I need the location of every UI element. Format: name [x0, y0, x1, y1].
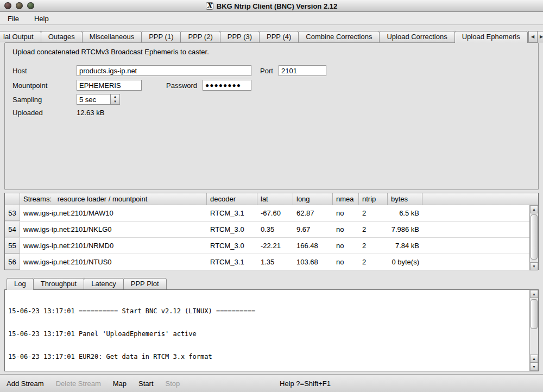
log-line: 15-06-23 13:17:01 EUR20: Get data in RTC…	[8, 353, 526, 361]
bnc-window: X BKG Ntrip Client (BNC) Version 2.12 Fi…	[0, 0, 543, 392]
cell-lat: -22.21	[257, 238, 293, 254]
cell-nmea: no	[333, 205, 359, 221]
col-header-lat[interactable]: lat	[257, 193, 293, 205]
cell-mountpoint: www.igs-ip.net:2101/NKLG0	[20, 222, 207, 237]
menu-help[interactable]: Help	[33, 14, 50, 24]
tab-ppp-plot[interactable]: PPP Plot	[123, 278, 167, 289]
cell-bytes: 7.986 kB	[388, 222, 422, 237]
port-input[interactable]	[279, 65, 326, 76]
tab-scrollers: ◀ ▶	[528, 31, 543, 42]
scroll-up-icon[interactable]: ▲	[530, 205, 538, 213]
scroll-down-icon[interactable]: ▼	[530, 363, 538, 371]
cell-long: 62.87	[293, 205, 333, 221]
upload-ephemeris-panel: Upload concatenated RTCMv3 Broadcast Eph…	[4, 42, 539, 190]
scrollbar-thumb[interactable]	[531, 214, 538, 260]
table-corner[interactable]	[5, 193, 20, 205]
tab-throughput[interactable]: Throughput	[33, 278, 85, 289]
cell-long: 9.67	[293, 222, 333, 237]
col-header-mountpoint[interactable]: Streams: resource loader / mountpoint	[20, 193, 207, 205]
col-header-nmea[interactable]: nmea	[333, 193, 359, 205]
bottom-toolbar: Add Stream Delete Stream Map Start Stop …	[0, 374, 543, 392]
uploaded-label: Uploaded	[12, 109, 43, 117]
cell-nmea: no	[333, 254, 359, 270]
map-button[interactable]: Map	[113, 380, 127, 388]
col-header-ntrip[interactable]: ntrip	[359, 193, 388, 205]
tab-scroll-right-icon[interactable]: ▶	[537, 31, 543, 42]
streams-table: Streams: resource loader / mountpoint de…	[4, 193, 539, 270]
cell-mountpoint: www.igs-ip.net:2101/NRMD0	[20, 238, 207, 254]
tab-latency[interactable]: Latency	[84, 278, 124, 289]
cell-lat: -67.60	[257, 205, 293, 221]
log-line: 15-06-23 13:17:01 Panel 'UploadEphemeris…	[8, 330, 526, 338]
panel-description: Upload concatenated RTCMv3 Broadcast Eph…	[12, 48, 209, 56]
menu-file[interactable]: File	[7, 14, 20, 24]
tab-miscellaneous[interactable]: Miscellaneous	[82, 31, 142, 42]
password-label: Password	[166, 81, 197, 90]
cell-lat: 1.35	[257, 254, 293, 270]
cell-decoder: RTCM_3.1	[207, 254, 257, 270]
scroll-down-icon[interactable]: ▼	[530, 262, 538, 270]
uploaded-value: 12.63 kB	[77, 109, 104, 117]
col-header-bytes[interactable]: bytes	[388, 193, 422, 205]
log-line: 15-06-23 13:17:01 ========== Start BNC v…	[8, 307, 526, 315]
tab-outages[interactable]: Outages	[41, 31, 83, 42]
bottom-tabbar: Log Throughput Latency PPP Plot	[7, 278, 166, 289]
table-row[interactable]: 56 www.igs-ip.net:2101/NTUS0 RTCM_3.1 1.…	[5, 254, 529, 270]
tab-ppp-1[interactable]: PPP (1)	[141, 31, 181, 42]
sampling-spinbox[interactable]	[77, 94, 111, 105]
log-scrollbar[interactable]: ▲ ▲ ▼	[529, 290, 538, 371]
tab-scroll-left-icon[interactable]: ◀	[528, 31, 538, 42]
top-tabbar: ial Output Outages Miscellaneous PPP (1)…	[0, 31, 543, 42]
password-input[interactable]	[203, 80, 251, 91]
cell-decoder: RTCM_3.1	[207, 205, 257, 221]
log-output[interactable]: 15-06-23 13:17:01 ========== Start BNC v…	[5, 290, 529, 371]
host-input[interactable]	[77, 65, 251, 76]
start-button[interactable]: Start	[138, 380, 153, 388]
tab-combine-corrections[interactable]: Combine Corrections	[298, 31, 380, 42]
scroll-up-icon[interactable]: ▲	[530, 290, 538, 298]
streams-scrollbar[interactable]: ▲ ▼	[529, 205, 538, 270]
cell-ntrip: 2	[359, 238, 388, 254]
table-row[interactable]: 55 www.igs-ip.net:2101/NRMD0 RTCM_3.0 -2…	[5, 238, 529, 254]
add-stream-button[interactable]: Add Stream	[7, 380, 44, 388]
menubar: File Help	[0, 12, 543, 25]
cell-decoder: RTCM_3.0	[207, 238, 257, 254]
col-header-decoder[interactable]: decoder	[207, 193, 257, 205]
tab-ppp-4[interactable]: PPP (4)	[259, 31, 299, 42]
tab-ppp-3[interactable]: PPP (3)	[220, 31, 260, 42]
col-header-filler	[422, 193, 538, 205]
tab-log[interactable]: Log	[7, 278, 34, 290]
scrollbar-thumb[interactable]	[531, 299, 538, 329]
stop-button: Stop	[166, 380, 180, 388]
col-header-long[interactable]: long	[293, 193, 333, 205]
mountpoint-input[interactable]	[77, 80, 142, 91]
spin-down-icon[interactable]: ▼	[111, 99, 119, 104]
tab-ppp-2[interactable]: PPP (2)	[180, 31, 220, 42]
cell-ntrip: 2	[359, 205, 388, 221]
cell-bytes: 7.84 kB	[388, 238, 422, 254]
cell-ntrip: 2	[359, 254, 388, 270]
streams-table-body: 53 www.igs-ip.net:2101/MAW10 RTCM_3.1 -6…	[5, 205, 529, 270]
tab-serial-output[interactable]: ial Output	[0, 31, 41, 42]
spin-up-icon[interactable]: ▲	[111, 94, 119, 99]
cell-decoder: RTCM_3.0	[207, 222, 257, 237]
titlebar[interactable]: X BKG Ntrip Client (BNC) Version 2.12	[0, 0, 543, 12]
cell-mountpoint: www.igs-ip.net:2101/NTUS0	[20, 254, 207, 270]
table-row[interactable]: 53 www.igs-ip.net:2101/MAW10 RTCM_3.1 -6…	[5, 205, 529, 222]
row-number: 56	[5, 254, 20, 270]
mountpoint-label: Mountpoint	[12, 81, 47, 90]
delete-stream-button: Delete Stream	[56, 380, 101, 388]
tab-upload-corrections[interactable]: Upload Corrections	[379, 31, 454, 42]
cell-bytes: 6.5 kB	[388, 205, 422, 221]
row-number: 54	[5, 222, 20, 237]
port-label: Port	[260, 67, 273, 75]
title-area: X BKG Ntrip Client (BNC) Version 2.12	[0, 0, 543, 12]
table-row[interactable]: 54 www.igs-ip.net:2101/NKLG0 RTCM_3.0 0.…	[5, 222, 529, 238]
cell-lat: 0.35	[257, 222, 293, 237]
row-number: 55	[5, 238, 20, 254]
x11-app-icon: X	[206, 2, 213, 10]
tab-upload-ephemeris[interactable]: Upload Ephemeris	[454, 31, 528, 43]
host-label: Host	[12, 67, 27, 75]
help-shortcut-label: Help ?=Shift+F1	[280, 375, 331, 392]
scroll-up-icon[interactable]: ▲	[530, 355, 538, 363]
